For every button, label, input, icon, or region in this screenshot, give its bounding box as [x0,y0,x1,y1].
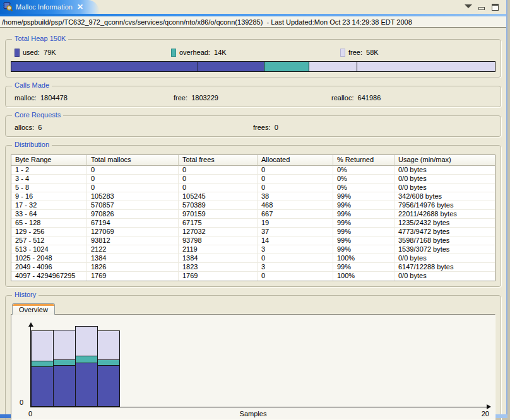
y-tick-0: 0 [20,399,23,406]
table-cell: 105283 [87,192,179,201]
table-cell: 1769 [179,272,258,281]
table-cell: 38 [258,192,333,201]
history-bar-free-segment [53,330,76,360]
table-cell: 513 - 1024 [11,245,87,254]
history-bar-sample-0 [31,330,54,407]
free-legend-label: free: 58K [348,49,379,56]
table-row[interactable]: 5 - 80000%0/0 bytes [11,184,495,192]
table-row[interactable]: 17 - 3257085757038946899%7956/14976 byte… [11,201,495,210]
column-header-total-mallocs[interactable]: Total mallocs [87,155,179,166]
table-row[interactable]: 1 - 20000%0/0 bytes [11,166,495,175]
table-cell: 1384 [87,254,179,263]
x-axis-label: Samples [11,410,495,417]
table-cell: 570389 [179,201,258,210]
history-bar-free-segment [75,326,98,356]
table-cell: 99% [333,201,394,210]
history-bar-sample-3 [97,330,120,407]
table-cell: 99% [333,245,394,254]
table-cell: 2122 [87,245,179,254]
malloc-info-icon [3,2,13,13]
tab-overview[interactable]: Overview [12,303,55,315]
table-cell: 0 [87,184,179,192]
history-bar-used-segment [97,365,120,407]
malloc-count: malloc: 1804478 [15,94,174,102]
table-cell: 6147/12288 bytes [394,263,495,272]
table-cell: 99% [333,192,394,201]
table-row[interactable]: 9 - 161052831052453899%342/608 bytes [11,192,495,201]
table-cell: 3 [258,245,333,254]
calls-made-group: Calls Made malloc: 1804478 free: 1803229… [5,86,501,107]
malloc-information-view: Malloc Information ✕ /home/pspbuild/psp/… [0,0,507,418]
x-tick-20: 20 [482,410,489,417]
table-row[interactable]: 2049 - 409618261823399%6147/12288 bytes [11,263,495,272]
core-requests-values: allocs: 6 frees: 0 [11,124,495,131]
total-heap-title: Total Heap 150K [12,35,68,42]
column-header-usage-min-max-[interactable]: Usage (min/max) [394,155,495,166]
table-cell: 67175 [179,219,258,228]
table-cell: 3598/7168 bytes [394,236,495,245]
table-cell: 99% [333,210,394,219]
minimize-icon[interactable] [478,7,485,10]
table-cell: 2049 - 4096 [11,263,87,272]
frees-value: 0 [275,124,278,131]
table-row[interactable]: 4097 - 4294967295176917690100%0/0 bytes [11,272,495,281]
table-cell: 129 - 256 [11,228,87,236]
column-header--returned[interactable]: % Returned [333,155,394,166]
table-cell: 1 - 2 [11,166,87,175]
used-swatch-icon [15,49,20,57]
table-cell: 105245 [179,192,258,201]
total-heap-group: Total Heap 150K used: 79Koverhead: 14Kfr… [5,39,501,78]
history-bar-free-segment [31,330,54,361]
heap-bar-used-segment [11,62,198,71]
table-cell: 22011/42688 bytes [394,210,495,219]
table-cell: 99% [333,228,394,236]
table-cell: 99% [333,236,394,245]
view-menu-icon[interactable] [465,6,471,9]
tab-title: Malloc Information [16,3,73,11]
history-bar-used-segment [31,366,54,407]
overhead-swatch-icon [171,49,176,57]
table-cell: 0% [333,166,394,175]
table-cell: 67194 [87,219,179,228]
x-axis-arrow-icon [487,404,491,409]
table-cell: 4097 - 4294967295 [11,272,87,281]
table-cell: 3 [258,263,333,272]
history-bar-free-segment [97,330,120,360]
table-row[interactable]: 33 - 6497082697015966799%22011/42688 byt… [11,210,495,219]
table-row[interactable]: 513 - 102421222119399%1539/3072 bytes [11,245,495,254]
table-row[interactable]: 1025 - 2048138413840100%0/0 bytes [11,254,495,263]
table-cell: 99% [333,219,394,228]
calls-made-title: Calls Made [12,81,52,89]
column-header-byte-range[interactable]: Byte Range [11,155,87,166]
tab-malloc-information[interactable]: Malloc Information ✕ [0,0,100,14]
table-cell: 0/0 bytes [394,175,495,184]
table-cell: 1769 [87,272,179,281]
maximize-icon[interactable] [492,4,499,11]
used-legend-label: used: 79K [23,49,56,56]
allocs-value: 6 [38,124,42,131]
history-title: History [12,291,39,298]
table-row[interactable]: 257 - 51293812937981499%3598/7168 bytes [11,236,495,245]
heap-legend: used: 79Koverhead: 14Kfree: 58K [11,47,495,57]
view-tab-bar: Malloc Information ✕ [0,0,506,14]
column-header-allocated[interactable]: Allocated [258,155,333,166]
heap-bar-overhead-segment [264,62,309,71]
frees-label: frees: [253,124,271,131]
core-requests-title: Core Requests [12,111,63,119]
column-header-total-frees[interactable]: Total frees [179,155,258,166]
allocs-count: allocs: 6 [15,124,253,131]
table-cell: 33 - 64 [11,210,87,219]
x-axis [30,407,489,407]
table-row[interactable]: 65 - 12867194671751999%1235/2432 bytes [11,219,495,228]
free-swatch-icon [340,49,345,57]
table-cell: 0/0 bytes [394,254,495,263]
table-cell: 127069 [87,228,179,236]
realloc-count: realloc: 641986 [331,94,495,102]
table-row[interactable]: 3 - 40000%0/0 bytes [11,175,495,184]
realloc-value: 641986 [358,94,381,102]
close-icon[interactable]: ✕ [77,3,83,11]
table-cell: 0 [179,166,258,175]
distribution-table-body: 1 - 20000%0/0 bytes3 - 40000%0/0 bytes5 … [11,166,495,281]
table-cell: 2119 [179,245,258,254]
table-row[interactable]: 129 - 2561270691270323799%4773/9472 byte… [11,228,495,236]
